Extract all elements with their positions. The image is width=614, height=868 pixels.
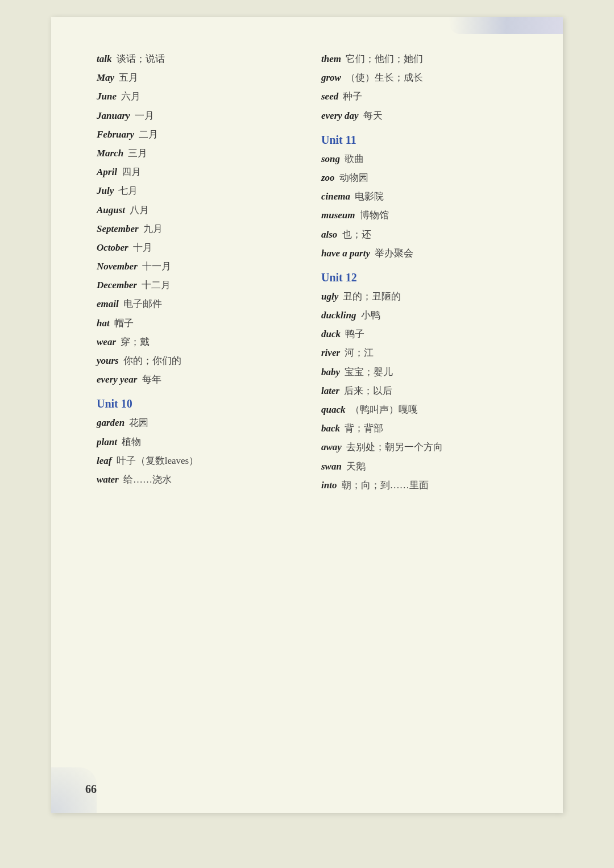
vocab-item: cinema 电影院 (321, 189, 523, 204)
vocab-zh: 给……浇水 (123, 474, 172, 485)
vocab-en: water (97, 474, 119, 485)
vocab-zh: 也；还 (342, 229, 371, 240)
vocab-zh: 丑的；丑陋的 (343, 291, 401, 302)
right-column: them 它们；他们；她们grow （使）生长；成长seed 种子every d… (321, 51, 523, 496)
vocab-item: back 背；背部 (321, 421, 523, 436)
vocab-zh: 天鹅 (346, 461, 366, 472)
vocab-en: cinema (321, 191, 350, 202)
vocab-zh: 七月 (118, 185, 138, 196)
vocab-zh: 它们；他们；她们 (346, 53, 423, 64)
vocab-zh: 每年 (142, 374, 161, 385)
vocab-item: wear 穿；戴 (97, 334, 298, 350)
vocab-zh: 叶子（复数leaves） (117, 455, 198, 466)
vocab-item: garden 花园 (97, 415, 298, 430)
vocab-en: grow (321, 72, 341, 83)
vocab-en: email (97, 298, 119, 309)
page-number: 66 (85, 783, 97, 796)
vocab-zh: 后来；以后 (344, 385, 392, 396)
vocab-zh: 你的；你们的 (123, 355, 181, 366)
vocab-en: June (97, 91, 117, 102)
vocab-zh: 穿；戴 (121, 337, 150, 347)
vocab-en: leaf (97, 455, 111, 466)
vocab-item: February 二月 (97, 127, 298, 142)
vocab-en: them (321, 53, 341, 64)
vocab-en: November (97, 261, 138, 272)
vocab-zh: 八月 (130, 205, 149, 215)
vocab-en: later (321, 385, 339, 396)
vocab-en: July (97, 185, 114, 196)
vocab-zh: 电影院 (355, 191, 384, 202)
top-decoration (449, 17, 563, 34)
vocab-zh: （鸭叫声）嘎嘎 (350, 404, 418, 415)
page: talk 谈话；说话May 五月June 六月January 一月Februar… (51, 17, 563, 813)
vocab-zh: 十月 (133, 242, 152, 253)
vocab-item: May 五月 (97, 70, 298, 85)
vocab-en: ugly (321, 291, 338, 302)
vocab-item: December 十二月 (97, 277, 298, 293)
content-columns: talk 谈话；说话May 五月June 六月January 一月Februar… (97, 51, 523, 496)
vocab-en: plant (97, 437, 117, 447)
vocab-item: August 八月 (97, 202, 298, 218)
vocab-zh: 河；江 (345, 347, 374, 358)
vocab-zh: 鸭子 (345, 329, 364, 339)
vocab-item: river 河；江 (321, 345, 523, 360)
unit-12-heading: Unit 12 (321, 271, 523, 284)
vocab-item: every year 每年 (97, 372, 298, 387)
vocab-item: also 也；还 (321, 227, 523, 242)
vocab-en: April (97, 167, 117, 177)
vocab-item: have a party 举办聚会 (321, 246, 523, 261)
vocab-zh: 朝；向；到……里面 (342, 480, 429, 491)
vocab-item: yours 你的；你们的 (97, 353, 298, 368)
vocab-en: August (97, 205, 125, 215)
vocab-en: baby (321, 367, 340, 377)
vocab-zh: 一月 (135, 110, 154, 121)
vocab-en: wear (97, 337, 116, 347)
vocab-en: duckling (321, 310, 356, 321)
vocab-en: river (321, 347, 340, 358)
vocab-zh: 十一月 (142, 261, 171, 272)
vocab-zh: 举办聚会 (375, 248, 413, 259)
vocab-en: March (97, 148, 123, 159)
vocab-item: plant 植物 (97, 434, 298, 450)
vocab-item: museum 博物馆 (321, 207, 523, 223)
vocab-en: song (321, 153, 340, 164)
vocab-item: them 它们；他们；她们 (321, 51, 523, 67)
vocab-en: talk (97, 53, 111, 64)
vocab-item: zoo 动物园 (321, 170, 523, 185)
vocab-item: January 一月 (97, 108, 298, 123)
vocab-zh: 植物 (122, 437, 141, 447)
vocab-item: swan 天鹅 (321, 459, 523, 474)
vocab-en: back (321, 423, 340, 434)
vocab-zh: 动物园 (339, 172, 368, 183)
vocab-item: email 电子邮件 (97, 296, 298, 312)
vocab-en: May (97, 72, 114, 83)
vocab-en: every year (97, 374, 137, 385)
vocab-en: seed (321, 91, 338, 102)
vocab-zh: 六月 (121, 91, 140, 102)
vocab-item: April 四月 (97, 164, 298, 180)
vocab-item: song 歌曲 (321, 151, 523, 167)
vocab-item: leaf 叶子（复数leaves） (97, 453, 298, 468)
vocab-zh: 五月 (119, 72, 138, 83)
vocab-zh: 电子邮件 (123, 298, 162, 309)
vocab-zh: 谈话；说话 (117, 53, 165, 64)
vocab-item: November 十一月 (97, 259, 298, 274)
vocab-item: October 十月 (97, 240, 298, 255)
vocab-item: grow （使）生长；成长 (321, 70, 523, 85)
vocab-item: quack （鸭叫声）嘎嘎 (321, 402, 523, 417)
vocab-zh: 帽子 (114, 318, 134, 329)
vocab-en: away (321, 442, 342, 452)
vocab-item: away 去别处；朝另一个方向 (321, 439, 523, 455)
vocab-en: duck (321, 329, 341, 339)
vocab-en: have a party (321, 248, 370, 259)
vocab-item: talk 谈话；说话 (97, 51, 298, 67)
vocab-en: zoo (321, 172, 335, 183)
vocab-zh: 种子 (343, 91, 362, 102)
vocab-en: December (97, 280, 137, 290)
vocab-en: September (97, 223, 139, 234)
vocab-zh: 四月 (122, 167, 141, 177)
vocab-en: also (321, 229, 337, 240)
vocab-item: March 三月 (97, 146, 298, 161)
vocab-en: October (97, 242, 128, 253)
vocab-zh: 背；背部 (345, 423, 383, 434)
